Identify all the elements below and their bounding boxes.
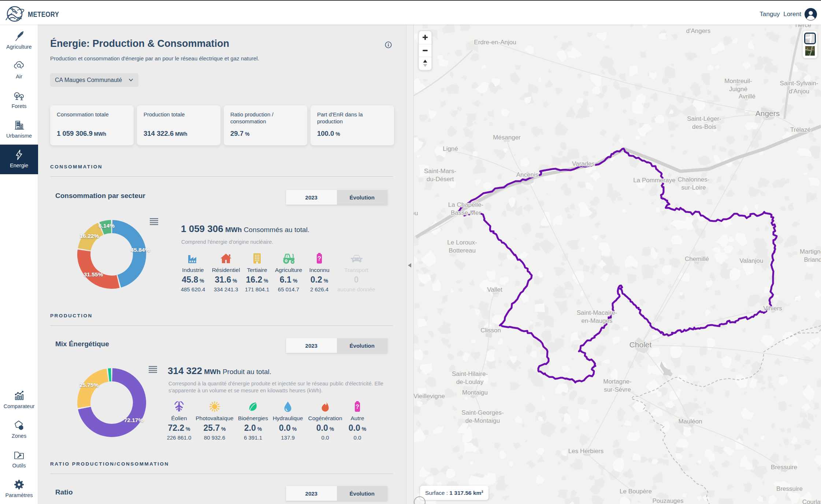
svg-text:de-Montaigu: de-Montaigu — [465, 417, 500, 424]
svg-text:Saint-Mars-: Saint-Mars- — [424, 168, 456, 175]
svg-text:Saint-Sylvain-: Saint-Sylvain- — [780, 80, 818, 87]
svg-text:72.17%: 72.17% — [124, 417, 144, 423]
svg-text:Vieillevigne: Vieillevigne — [414, 393, 445, 400]
svg-text:d'Angers: d'Angers — [686, 27, 711, 34]
svg-text:Bressuire: Bressuire — [771, 464, 797, 471]
svg-text:Saint-Georges-: Saint-Georges- — [461, 409, 504, 416]
svg-text:du-Désert: du-Désert — [427, 176, 454, 183]
svg-text:de-Loulay: de-Loulay — [456, 378, 484, 385]
svg-text:sur-Loire: sur-Loire — [681, 184, 706, 191]
svg-text:en-Mauges: en-Mauges — [581, 317, 612, 324]
svg-text:Courlay: Courlay — [802, 499, 821, 504]
svg-text:Bressuire: Bressuire — [776, 485, 803, 492]
svg-text:Trélazé: Trélazé — [790, 126, 811, 133]
svg-text:16.22%: 16.22% — [80, 233, 99, 239]
svg-text:Les Herbiers: Les Herbiers — [568, 448, 603, 455]
svg-text:Vihiers: Vihiers — [763, 305, 782, 312]
svg-text:Avrillé: Avrillé — [739, 93, 755, 100]
svg-text:Tiercé: Tiercé — [794, 25, 811, 29]
svg-text:ou: ou — [414, 210, 418, 217]
svg-text:25.75%: 25.75% — [79, 382, 99, 388]
svg-text:Erdre-en-Anjou: Erdre-en-Anjou — [474, 39, 516, 46]
svg-text:sur-Sèvre: sur-Sèvre — [604, 386, 631, 393]
svg-text:Chemillé: Chemillé — [685, 255, 709, 262]
svg-text:Vallet: Vallet — [487, 286, 502, 293]
svg-text:Mésanger: Mésanger — [493, 134, 521, 141]
svg-text:Pouzauges: Pouzauges — [652, 497, 683, 504]
svg-text:45.84%: 45.84% — [131, 247, 150, 253]
svg-text:Le Loroux-: Le Loroux- — [447, 239, 477, 246]
svg-text:Le Boupère: Le Boupère — [620, 488, 652, 495]
svg-text:Montreuil-: Montreuil- — [724, 78, 752, 85]
svg-text:Mauléon: Mauléon — [678, 418, 702, 425]
svg-text:Saint-Léger-: Saint-Léger- — [687, 115, 721, 122]
svg-text:Juigné: Juigné — [729, 86, 747, 93]
svg-text:Clisson: Clisson — [480, 327, 501, 334]
svg-text:Ancenis: Ancenis — [516, 171, 538, 178]
svg-text:d'Anjou: d'Anjou — [789, 88, 809, 95]
svg-text:Saint-Hilaire-: Saint-Hilaire- — [452, 370, 488, 377]
svg-text:Ligné: Ligné — [443, 145, 458, 152]
svg-text:31.55%: 31.55% — [84, 271, 103, 277]
svg-text:?: ? — [317, 255, 321, 262]
svg-text:Martigné-: Martigné- — [800, 248, 821, 255]
svg-text:Bottereau: Bottereau — [449, 247, 476, 254]
svg-text:?: ? — [356, 404, 359, 410]
svg-text:La Chapelle-: La Chapelle- — [448, 201, 483, 208]
svg-text:Montaigu: Montaigu — [462, 389, 488, 396]
svg-text:des-Bois: des-Bois — [692, 123, 716, 130]
svg-text:Saint-Macaire-: Saint-Macaire- — [577, 309, 617, 316]
svg-text:Angers: Angers — [755, 109, 780, 117]
svg-text:La Pommeraye: La Pommeraye — [633, 177, 675, 184]
svg-text:Mortagne-: Mortagne- — [603, 378, 631, 385]
svg-text:6.14%: 6.14% — [99, 223, 115, 229]
svg-text:Valanjou: Valanjou — [740, 257, 764, 264]
svg-text:Cholet: Cholet — [629, 340, 652, 349]
svg-text:Chalonnes-: Chalonnes- — [678, 176, 710, 183]
svg-text:Varades: Varades — [572, 160, 595, 167]
svg-text:Basse-Mer: Basse-Mer — [451, 209, 481, 216]
svg-text:Briand: Briand — [804, 256, 821, 263]
